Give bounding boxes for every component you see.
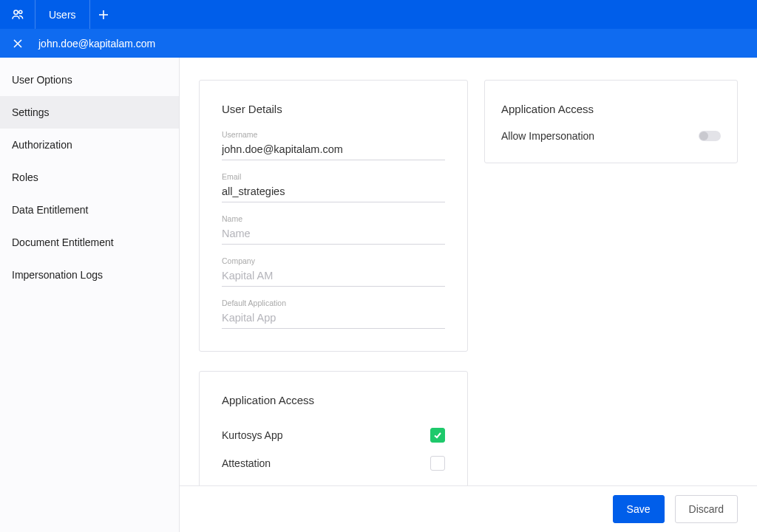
sidebar-item-label: Roles: [12, 171, 38, 183]
discard-button-label: Discard: [689, 503, 724, 515]
sidebar-item-settings[interactable]: Settings: [0, 96, 179, 129]
impersonation-card-title: Application Access: [501, 103, 721, 115]
sidebar-item-label: Data Entitlement: [12, 204, 89, 216]
sidebar-item-label: User Options: [12, 74, 72, 86]
email-input[interactable]: [222, 183, 445, 202]
sidebar-item-label: Impersonation Logs: [12, 269, 103, 281]
save-button[interactable]: Save: [613, 495, 665, 523]
tab-users[interactable]: Users: [35, 0, 90, 29]
access-row-label: Kurtosys App: [222, 429, 283, 441]
sidebar-item-user-options[interactable]: User Options: [0, 64, 179, 96]
sidebar: User Options Settings Authorization Role…: [0, 58, 180, 532]
footer-bar: Save Discard: [180, 485, 757, 532]
save-button-label: Save: [627, 503, 651, 515]
top-bar: Users: [0, 0, 757, 29]
default-app-label: Default Application: [222, 299, 445, 307]
sidebar-item-label: Authorization: [12, 139, 72, 151]
add-tab-button[interactable]: [90, 0, 117, 29]
toggle-knob: [699, 132, 708, 140]
sidebar-item-document-entitlement[interactable]: Document Entitlement: [0, 226, 179, 259]
sidebar-item-impersonation-logs[interactable]: Impersonation Logs: [0, 259, 179, 291]
default-app-input[interactable]: [222, 310, 445, 329]
discard-button[interactable]: Discard: [675, 495, 738, 523]
svg-point-1: [18, 10, 21, 13]
sidebar-item-data-entitlement[interactable]: Data Entitlement: [0, 194, 179, 226]
email-label: Email: [222, 172, 445, 181]
user-details-title: User Details: [222, 103, 445, 115]
allow-impersonation-label: Allow Impersonation: [501, 130, 594, 142]
name-input[interactable]: [222, 225, 445, 245]
name-label: Name: [222, 214, 445, 223]
access-row-attestation: Attestation: [222, 449, 445, 477]
close-button[interactable]: [0, 29, 35, 58]
check-icon: [433, 431, 442, 440]
sub-bar: john.doe@kapitalam.com: [0, 29, 757, 58]
company-label: Company: [222, 256, 445, 265]
application-access-card: Application Access Kurtosys App Attestat…: [199, 371, 468, 497]
record-title: john.doe@kapitalam.com: [35, 38, 155, 50]
allow-impersonation-toggle[interactable]: [699, 131, 721, 141]
users-icon[interactable]: [0, 0, 35, 29]
attestation-checkbox[interactable]: [430, 456, 445, 471]
access-row-kurtosys: Kurtosys App: [222, 421, 445, 449]
user-details-card: User Details Username Email Name Co: [199, 80, 468, 352]
sidebar-item-authorization[interactable]: Authorization: [0, 129, 179, 161]
username-input[interactable]: [222, 141, 445, 160]
username-label: Username: [222, 130, 445, 139]
svg-point-0: [13, 10, 17, 14]
sidebar-item-roles[interactable]: Roles: [0, 161, 179, 194]
impersonation-card: Application Access Allow Impersonation: [484, 80, 738, 163]
sidebar-item-label: Document Entitlement: [12, 236, 114, 248]
access-row-label: Attestation: [222, 457, 271, 469]
sidebar-item-label: Settings: [12, 106, 50, 118]
company-input[interactable]: [222, 267, 445, 287]
application-access-title: Application Access: [222, 394, 445, 406]
kurtosys-checkbox[interactable]: [430, 428, 445, 443]
main-content: User Details Username Email Name Co: [180, 58, 757, 532]
tab-users-label: Users: [49, 9, 76, 21]
